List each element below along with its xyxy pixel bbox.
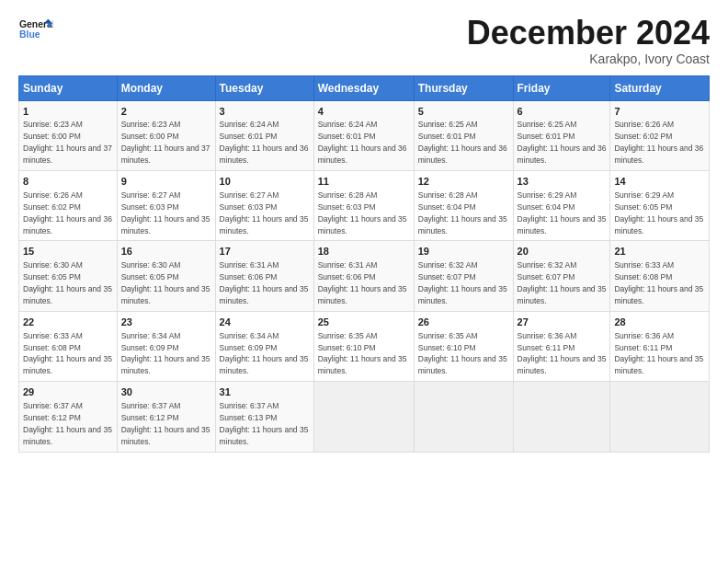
day-info: Sunrise: 6:33 AMSunset: 6:08 PMDaylight:…	[23, 331, 112, 376]
month-title: December 2024	[467, 15, 710, 52]
table-row: 7 Sunrise: 6:26 AMSunset: 6:02 PMDayligh…	[610, 100, 710, 170]
page: General Blue December 2024 Karakpo, Ivor…	[0, 0, 728, 563]
day-number: 2	[121, 105, 211, 119]
day-info: Sunrise: 6:37 AMSunset: 6:13 PMDaylight:…	[220, 401, 309, 446]
table-row: 24 Sunrise: 6:34 AMSunset: 6:09 PMDaylig…	[215, 311, 313, 381]
day-info: Sunrise: 6:32 AMSunset: 6:07 PMDaylight:…	[518, 260, 607, 305]
table-row: 27 Sunrise: 6:36 AMSunset: 6:11 PMDaylig…	[513, 311, 610, 381]
table-row: 23 Sunrise: 6:34 AMSunset: 6:09 PMDaylig…	[117, 311, 215, 381]
day-number: 26	[418, 316, 509, 329]
day-number: 31	[220, 385, 310, 399]
day-info: Sunrise: 6:34 AMSunset: 6:09 PMDaylight:…	[121, 331, 210, 376]
table-row	[610, 382, 710, 452]
day-info: Sunrise: 6:28 AMSunset: 6:04 PMDaylight:…	[418, 190, 507, 236]
table-row: 30 Sunrise: 6:37 AMSunset: 6:12 PMDaylig…	[117, 382, 215, 452]
day-number: 1	[23, 105, 113, 119]
day-number: 15	[23, 245, 113, 259]
day-number: 23	[121, 316, 211, 329]
table-row: 9 Sunrise: 6:27 AMSunset: 6:03 PMDayligh…	[117, 171, 215, 241]
day-number: 8	[23, 175, 113, 189]
day-info: Sunrise: 6:26 AMSunset: 6:02 PMDaylight:…	[614, 120, 703, 165]
day-info: Sunrise: 6:32 AMSunset: 6:07 PMDaylight:…	[418, 260, 507, 305]
day-info: Sunrise: 6:30 AMSunset: 6:05 PMDaylight:…	[121, 260, 210, 305]
table-row: 22 Sunrise: 6:33 AMSunset: 6:08 PMDaylig…	[19, 311, 118, 381]
header-friday: Friday	[513, 75, 610, 100]
header-sunday: Sunday	[19, 75, 118, 100]
day-info: Sunrise: 6:34 AMSunset: 6:09 PMDaylight:…	[220, 331, 309, 376]
calendar-week-row: 29 Sunrise: 6:37 AMSunset: 6:12 PMDaylig…	[19, 382, 710, 452]
day-number: 11	[318, 175, 410, 189]
day-number: 13	[518, 175, 607, 189]
day-number: 21	[614, 245, 705, 259]
day-info: Sunrise: 6:36 AMSunset: 6:11 PMDaylight:…	[614, 331, 703, 376]
day-info: Sunrise: 6:26 AMSunset: 6:02 PMDaylight:…	[23, 190, 112, 236]
table-row: 8 Sunrise: 6:26 AMSunset: 6:02 PMDayligh…	[19, 171, 118, 241]
calendar-table: Sunday Monday Tuesday Wednesday Thursday…	[18, 75, 710, 453]
day-number: 7	[614, 105, 705, 119]
day-info: Sunrise: 6:37 AMSunset: 6:12 PMDaylight:…	[23, 401, 112, 446]
table-row: 5 Sunrise: 6:25 AMSunset: 6:01 PMDayligh…	[414, 100, 513, 170]
header-monday: Monday	[117, 75, 215, 100]
table-row	[513, 382, 610, 452]
table-row: 2 Sunrise: 6:23 AMSunset: 6:00 PMDayligh…	[117, 100, 215, 170]
day-number: 28	[614, 316, 705, 329]
day-info: Sunrise: 6:29 AMSunset: 6:05 PMDaylight:…	[614, 190, 703, 236]
day-info: Sunrise: 6:33 AMSunset: 6:08 PMDaylight:…	[614, 260, 703, 305]
day-number: 3	[220, 105, 310, 119]
day-info: Sunrise: 6:29 AMSunset: 6:04 PMDaylight:…	[518, 190, 607, 236]
day-number: 30	[121, 385, 211, 399]
day-number: 20	[518, 245, 607, 259]
location: Karakpo, Ivory Coast	[467, 52, 710, 66]
day-info: Sunrise: 6:30 AMSunset: 6:05 PMDaylight:…	[23, 260, 112, 305]
table-row: 15 Sunrise: 6:30 AMSunset: 6:05 PMDaylig…	[19, 241, 118, 311]
table-row: 17 Sunrise: 6:31 AMSunset: 6:06 PMDaylig…	[215, 241, 313, 311]
header-wednesday: Wednesday	[313, 75, 414, 100]
table-row: 31 Sunrise: 6:37 AMSunset: 6:13 PMDaylig…	[215, 382, 313, 452]
svg-text:Blue: Blue	[19, 29, 40, 40]
day-info: Sunrise: 6:23 AMSunset: 6:00 PMDaylight:…	[121, 120, 210, 165]
calendar-week-row: 8 Sunrise: 6:26 AMSunset: 6:02 PMDayligh…	[19, 171, 710, 241]
day-number: 14	[614, 175, 705, 189]
table-row: 25 Sunrise: 6:35 AMSunset: 6:10 PMDaylig…	[313, 311, 414, 381]
day-info: Sunrise: 6:35 AMSunset: 6:10 PMDaylight:…	[318, 331, 407, 376]
day-info: Sunrise: 6:27 AMSunset: 6:03 PMDaylight:…	[121, 190, 210, 236]
header: General Blue December 2024 Karakpo, Ivor…	[18, 15, 710, 66]
day-number: 4	[318, 105, 410, 119]
logo-image: General Blue	[18, 15, 53, 40]
day-info: Sunrise: 6:31 AMSunset: 6:06 PMDaylight:…	[318, 260, 407, 305]
day-info: Sunrise: 6:37 AMSunset: 6:12 PMDaylight:…	[121, 401, 210, 446]
table-row	[313, 382, 414, 452]
day-number: 10	[220, 175, 310, 189]
day-number: 19	[418, 245, 509, 259]
table-row: 6 Sunrise: 6:25 AMSunset: 6:01 PMDayligh…	[513, 100, 610, 170]
calendar-week-row: 15 Sunrise: 6:30 AMSunset: 6:05 PMDaylig…	[19, 241, 710, 311]
day-info: Sunrise: 6:24 AMSunset: 6:01 PMDaylight:…	[220, 120, 309, 165]
day-info: Sunrise: 6:28 AMSunset: 6:03 PMDaylight:…	[318, 190, 407, 236]
day-info: Sunrise: 6:27 AMSunset: 6:03 PMDaylight:…	[220, 190, 309, 236]
header-thursday: Thursday	[414, 75, 513, 100]
calendar-week-row: 22 Sunrise: 6:33 AMSunset: 6:08 PMDaylig…	[19, 311, 710, 381]
logo: General Blue	[18, 15, 53, 40]
table-row: 1 Sunrise: 6:23 AMSunset: 6:00 PMDayligh…	[19, 100, 118, 170]
table-row: 4 Sunrise: 6:24 AMSunset: 6:01 PMDayligh…	[313, 100, 414, 170]
day-info: Sunrise: 6:25 AMSunset: 6:01 PMDaylight:…	[518, 120, 607, 165]
table-row: 11 Sunrise: 6:28 AMSunset: 6:03 PMDaylig…	[313, 171, 414, 241]
table-row: 18 Sunrise: 6:31 AMSunset: 6:06 PMDaylig…	[313, 241, 414, 311]
day-info: Sunrise: 6:35 AMSunset: 6:10 PMDaylight:…	[418, 331, 507, 376]
day-info: Sunrise: 6:31 AMSunset: 6:06 PMDaylight:…	[220, 260, 309, 305]
day-number: 9	[121, 175, 211, 189]
table-row: 20 Sunrise: 6:32 AMSunset: 6:07 PMDaylig…	[513, 241, 610, 311]
title-block: December 2024 Karakpo, Ivory Coast	[467, 15, 710, 66]
table-row: 26 Sunrise: 6:35 AMSunset: 6:10 PMDaylig…	[414, 311, 513, 381]
table-row: 19 Sunrise: 6:32 AMSunset: 6:07 PMDaylig…	[414, 241, 513, 311]
table-row	[414, 382, 513, 452]
day-number: 24	[220, 316, 310, 329]
header-tuesday: Tuesday	[215, 75, 313, 100]
table-row: 10 Sunrise: 6:27 AMSunset: 6:03 PMDaylig…	[215, 171, 313, 241]
day-info: Sunrise: 6:24 AMSunset: 6:01 PMDaylight:…	[318, 120, 407, 165]
day-number: 25	[318, 316, 410, 329]
table-row: 12 Sunrise: 6:28 AMSunset: 6:04 PMDaylig…	[414, 171, 513, 241]
table-row: 21 Sunrise: 6:33 AMSunset: 6:08 PMDaylig…	[610, 241, 710, 311]
day-info: Sunrise: 6:36 AMSunset: 6:11 PMDaylight:…	[518, 331, 607, 376]
day-number: 6	[518, 105, 607, 119]
